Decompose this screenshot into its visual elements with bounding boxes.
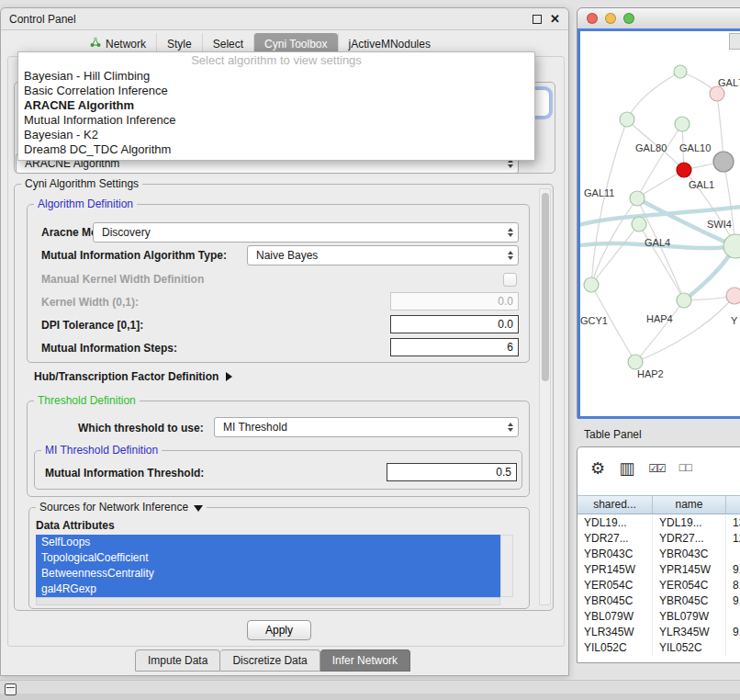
network-node[interactable]	[713, 152, 734, 172]
table-cell: YBR043C	[653, 547, 726, 562]
network-node-label: Y	[731, 315, 738, 326]
sources-toggle[interactable]: Sources for Network Inference	[36, 501, 207, 514]
aracne-mode-value: Discovery	[102, 226, 151, 239]
kernel-width-input[interactable]	[390, 292, 519, 310]
network-node-label: GAL11	[584, 187, 614, 198]
table-panel-window: ⚙▥☑☑☐☐ shared...name YDL19...YDL19...13Y…	[577, 446, 740, 663]
popup-placeholder: Select algorithm to view settings	[18, 52, 534, 69]
combo-arrows-icon	[508, 423, 513, 432]
network-node-label: HAP2	[637, 368, 664, 379]
settings-scrollbar[interactable]	[539, 188, 551, 605]
aracne-mode-select[interactable]: Discovery	[93, 222, 519, 243]
attribute-list-horizontal-scrollbar[interactable]	[36, 597, 500, 605]
mi-threshold-group-title: MI Threshold Definition	[41, 444, 162, 457]
table-cell: YBL079W	[653, 609, 726, 625]
network-node[interactable]	[628, 355, 643, 369]
network-node[interactable]	[675, 117, 690, 131]
network-node[interactable]	[677, 163, 691, 177]
attribute-item[interactable]: BetweennessCentrality	[36, 566, 500, 581]
tab-impute-data[interactable]: Impute Data	[135, 649, 220, 672]
algorithm-definition-title: Algorithm Definition	[34, 198, 137, 210]
gear-icon[interactable]: ⚙	[590, 460, 605, 477]
zoom-button[interactable]	[623, 13, 634, 24]
algorithm-option[interactable]: Bayesian - Hill Climbing	[18, 69, 534, 84]
table-row[interactable]: YDR27...YDR27...12	[577, 531, 740, 547]
column-header[interactable]: shared...	[577, 496, 653, 514]
network-node[interactable]	[723, 234, 740, 258]
table-row[interactable]: YLR345WYLR345W9.	[577, 625, 740, 640]
algorithm-option[interactable]: Basic Correlation Inference	[18, 84, 534, 98]
minimize-button[interactable]	[605, 13, 616, 24]
tab-label: Cyni Toolbox	[264, 38, 327, 51]
network-corner-widget[interactable]	[729, 33, 740, 50]
table-row[interactable]: YIL052CYIL052C	[577, 640, 740, 656]
tab-label: Network	[106, 38, 146, 51]
network-view[interactable]: GAL7GAL80GAL10GAL11GAL1SWI4GAL4GCY1HAP4Y…	[577, 28, 740, 419]
algorithm-dropdown-popup: Select algorithm to view settings Bayesi…	[17, 51, 535, 161]
which-threshold-select[interactable]: MI Threshold	[214, 417, 519, 437]
tab-label: jActiveMNodules	[349, 38, 431, 51]
mi-threshold-input[interactable]	[387, 463, 517, 481]
manual-kernel-checkbox[interactable]	[503, 273, 517, 287]
control-panel-titlebar[interactable]: Control Panel ✕	[1, 8, 568, 30]
panel-title: Control Panel	[9, 13, 76, 26]
table-cell: YDL19...	[577, 515, 653, 531]
mi-steps-input[interactable]	[390, 338, 519, 356]
algorithm-option-list: Bayesian - Hill ClimbingBasic Correlatio…	[18, 69, 534, 157]
network-node-label: GAL80	[635, 142, 667, 153]
network-node[interactable]	[620, 112, 634, 127]
expanded-arrow-icon	[194, 505, 203, 512]
float-window-icon[interactable]	[533, 15, 542, 24]
table-row[interactable]: YPR145WYPR145W9.	[577, 562, 740, 578]
table-cell: YLR345W	[577, 625, 653, 640]
network-node[interactable]	[726, 288, 740, 304]
close-button[interactable]	[587, 13, 598, 24]
table-cell: YDR27...	[653, 531, 726, 547]
network-node[interactable]	[632, 217, 646, 231]
table-row[interactable]: YBR043CYBR043C	[577, 547, 740, 562]
mi-type-select[interactable]: Naive Bayes	[247, 245, 519, 265]
panel-toggle-icon[interactable]	[5, 683, 17, 695]
settings-scrollbar-thumb[interactable]	[542, 193, 549, 381]
network-node[interactable]	[710, 86, 724, 101]
table-cell	[726, 547, 740, 562]
dpi-tolerance-input[interactable]	[390, 315, 519, 333]
table-row[interactable]: YDL19...YDL19...13	[577, 515, 740, 531]
table-row[interactable]: YBL079WYBL079W	[577, 609, 740, 625]
table-row[interactable]: YER054CYER054C8.	[577, 578, 740, 593]
attribute-item[interactable]: gal4RGexp	[36, 581, 500, 597]
close-icon[interactable]: ✕	[550, 13, 560, 25]
algorithm-option[interactable]: Mutual Information Inference	[18, 113, 534, 128]
algorithm-option[interactable]: ARACNE Algorithm	[18, 98, 534, 113]
column-header[interactable]: name	[653, 496, 726, 514]
network-node[interactable]	[674, 65, 687, 78]
column-header[interactable]	[726, 496, 740, 514]
tab-infer-network[interactable]: Infer Network	[320, 649, 410, 672]
deselect-all-icon[interactable]: ☐☐	[678, 464, 691, 473]
algorithm-option[interactable]: Dream8 DC_TDC Algorithm	[18, 142, 534, 157]
select-all-icon[interactable]: ☑☑	[648, 463, 665, 474]
table-columns-icon[interactable]: ▥	[619, 460, 634, 477]
table-panel-title: Table Panel	[584, 428, 642, 441]
network-node[interactable]	[584, 277, 599, 292]
tab-discretize-data[interactable]: Discretize Data	[220, 649, 320, 672]
which-threshold-label: Which threshold to use:	[78, 422, 204, 435]
network-window-titlebar[interactable]	[577, 8, 740, 29]
mi-threshold-label: Mutual Information Threshold:	[45, 467, 204, 480]
table-row[interactable]: YBR045CYBR045C9.	[577, 593, 740, 609]
table-cell: 8.	[726, 578, 740, 593]
attribute-list-vertical-scrollbar[interactable]	[500, 535, 513, 597]
algorithm-option[interactable]: Bayesian - K2	[18, 128, 534, 142]
hub-definition-toggle[interactable]: Hub/Transcription Factor Definition	[34, 370, 232, 383]
network-icon	[90, 37, 101, 51]
hub-definition-label: Hub/Transcription Factor Definition	[34, 370, 219, 383]
network-canvas[interactable]: GAL7GAL80GAL10GAL11GAL1SWI4GAL4GCY1HAP4Y…	[580, 31, 740, 416]
network-node[interactable]	[677, 293, 691, 308]
table-cell	[726, 609, 740, 625]
network-node[interactable]	[630, 191, 645, 206]
attribute-item[interactable]: TopologicalCoefficient	[36, 550, 500, 566]
status-strip-lower	[0, 694, 740, 700]
attribute-item[interactable]: SelfLoops	[36, 535, 500, 550]
apply-button[interactable]: Apply	[247, 620, 311, 640]
network-node-label: HAP4	[646, 313, 673, 324]
